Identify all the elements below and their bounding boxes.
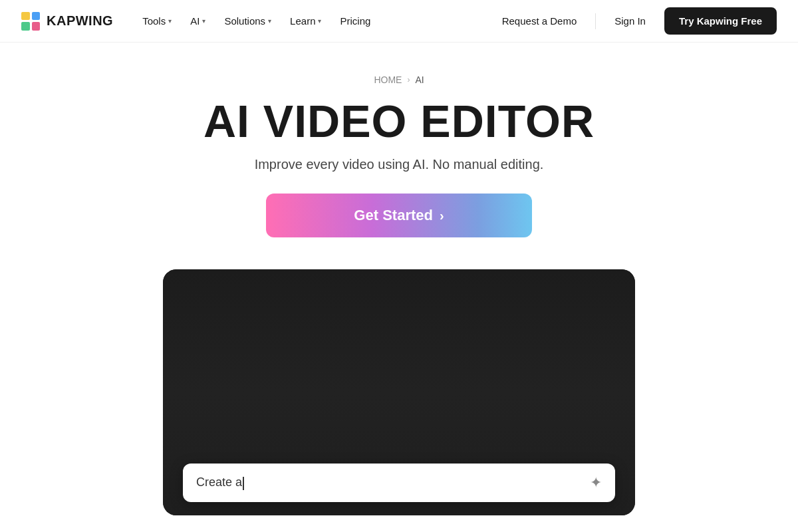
chevron-down-icon: ▾: [168, 17, 172, 25]
nav-item-solutions[interactable]: Solutions ▾: [216, 10, 279, 32]
nav-solutions-label: Solutions: [224, 15, 265, 27]
hero-subtitle: Improve every video using AI. No manual …: [255, 157, 544, 172]
nav-ai-label: AI: [190, 15, 200, 27]
main-content: HOME › AI AI VIDEO EDITOR Improve every …: [0, 43, 798, 515]
nav-right: Request a Demo Sign In Try Kapwing Free: [494, 7, 777, 35]
nav-item-learn[interactable]: Learn ▾: [282, 10, 329, 32]
video-input-placeholder: Create a: [196, 475, 242, 489]
breadcrumb-separator: ›: [407, 75, 410, 84]
chevron-down-icon: ▾: [318, 17, 321, 25]
nav-item-ai[interactable]: AI ▾: [182, 10, 213, 32]
breadcrumb: HOME › AI: [374, 74, 424, 85]
sign-in-button[interactable]: Sign In: [606, 10, 654, 32]
request-demo-button[interactable]: Request a Demo: [494, 10, 585, 32]
logo-text: KAPWING: [47, 13, 113, 29]
video-input-text: Create a: [196, 475, 244, 489]
video-input-area[interactable]: Create a ✦: [183, 464, 615, 502]
nav-divider: [595, 13, 596, 29]
chevron-down-icon: ▾: [268, 17, 271, 25]
nav-item-pricing[interactable]: Pricing: [332, 10, 378, 32]
chevron-down-icon: ▾: [202, 17, 205, 25]
logo[interactable]: KAPWING: [21, 12, 113, 31]
text-cursor: [243, 477, 244, 490]
video-preview-container: Create a ✦: [163, 269, 635, 515]
navbar: KAPWING Tools ▾ AI ▾ Solutions ▾ Learn ▾…: [0, 0, 798, 43]
try-kapwing-free-button[interactable]: Try Kapwing Free: [664, 7, 777, 35]
get-started-button[interactable]: Get Started ›: [266, 194, 532, 237]
nav-tools-label: Tools: [142, 15, 166, 27]
nav-learn-label: Learn: [290, 15, 315, 27]
nav-pricing-label: Pricing: [340, 15, 370, 27]
breadcrumb-home[interactable]: HOME: [374, 74, 402, 85]
logo-square-yellow: [21, 12, 30, 21]
logo-square-green: [21, 22, 30, 31]
logo-icon: [21, 12, 40, 31]
get-started-label: Get Started: [354, 207, 433, 224]
chevron-right-icon: ›: [440, 208, 444, 223]
nav-links: Tools ▾ AI ▾ Solutions ▾ Learn ▾ Pricing: [134, 10, 494, 32]
logo-square-blue: [32, 12, 41, 21]
breadcrumb-current: AI: [415, 74, 424, 85]
page-title: AI VIDEO EDITOR: [203, 98, 595, 144]
sparkle-icon[interactable]: ✦: [590, 474, 602, 491]
nav-item-tools[interactable]: Tools ▾: [134, 10, 180, 32]
logo-square-pink: [32, 22, 41, 31]
